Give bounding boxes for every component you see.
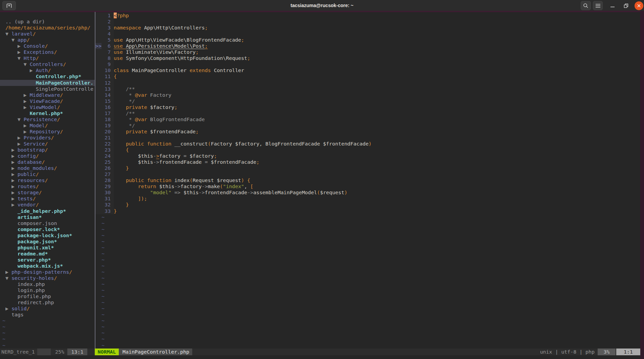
code-line[interactable]: 22 public function __construct(Factory $… (95, 141, 640, 147)
close-button[interactable] (634, 1, 644, 10)
tree-row[interactable]: package.json* (0, 239, 95, 245)
tree-row[interactable]: webpack.mix.js* (0, 263, 95, 269)
tree-row[interactable]: server.php* (0, 257, 95, 263)
tree-row[interactable]: ▶ Exceptions/ (0, 49, 95, 55)
menu-button[interactable] (593, 1, 603, 10)
code-line[interactable]: 17 /** (95, 110, 640, 116)
tree-row[interactable]: ▶ solid/ (0, 306, 95, 312)
empty-line-tilde: ~ (95, 342, 640, 349)
code-line[interactable]: 31 ]); (95, 196, 640, 202)
code-line[interactable]: 30 "model" => $this->frontendFacade->ass… (95, 189, 640, 196)
code-line[interactable]: 20 private $frontendFacade; (95, 129, 640, 135)
code-line[interactable]: 15 */ (95, 98, 640, 104)
tree-row[interactable]: Kernel.php* (0, 110, 95, 116)
tree-row[interactable]: ▶ routes/ (0, 183, 95, 189)
tree-row[interactable]: ▶ public/ (0, 171, 95, 177)
tree-row[interactable]: ▶ Providers/ (0, 135, 95, 141)
code-line[interactable]: 13 /** (95, 86, 640, 92)
tree-row[interactable]: ▼ Http/ (0, 55, 95, 61)
code-line[interactable]: 27 (95, 171, 640, 177)
code-line[interactable]: 29 return $this->factory->make("index", … (95, 183, 640, 189)
tree-row[interactable]: ▶ resources/ (0, 177, 95, 183)
tree-row-selected[interactable]: MainPageController. (0, 80, 95, 86)
empty-line-tilde: ~ (95, 214, 640, 220)
code-line[interactable]: 11{ (95, 73, 640, 80)
tree-row[interactable]: ▶ vendor/ (0, 202, 95, 208)
code-line[interactable]: 16 private $factory; (95, 104, 640, 110)
code-line[interactable]: 32 } (95, 202, 640, 208)
code-line[interactable]: 8use Symfony\Component\HttpFoundation\Re… (95, 55, 640, 61)
code-line[interactable]: 9 (95, 61, 640, 67)
code-line[interactable]: 5use App\Http\ViewFacade\BlogFrontendFac… (95, 37, 640, 43)
tree-row[interactable]: redirect.php (0, 299, 95, 306)
code-line[interactable]: 28 public function index(Request $reques… (95, 177, 640, 183)
tree-row[interactable]: ▶ ViewFacade/ (0, 98, 95, 104)
tree-row[interactable]: readme.md* (0, 251, 95, 257)
code-line[interactable]: 18 * @var BlogFrontendFacade (95, 116, 640, 122)
tree-row[interactable]: ▶ Console/ (0, 43, 95, 49)
close-icon (635, 1, 643, 10)
tree-row[interactable]: SinglePostControlle (0, 86, 95, 92)
code-line[interactable]: 24 $this->factory = $factory; (95, 153, 640, 159)
tree-row[interactable]: ▶ storage/ (0, 189, 95, 196)
code-line[interactable]: 26 } (95, 165, 640, 171)
tree-row[interactable]: ▼ Controllers/ (0, 61, 95, 67)
code-line[interactable]: 33} (95, 208, 640, 214)
editor-pane[interactable]: 1<?php23namespace App\Http\Controllers;4… (95, 13, 640, 349)
tree-row[interactable]: composer.lock* (0, 226, 95, 232)
code-line[interactable]: 12 (95, 80, 640, 86)
scrollbar-trough[interactable] (640, 11, 644, 359)
code-line[interactable]: 23 { (95, 147, 640, 153)
tree-row[interactable]: tags (0, 312, 95, 318)
tree-row[interactable]: artisan* (0, 214, 95, 220)
command-line[interactable] (0, 355, 644, 359)
tree-row[interactable]: ▼ laravel/ (0, 31, 95, 37)
tree-row[interactable]: index.php (0, 281, 95, 287)
tree-row[interactable]: ▶ Middleware/ (0, 92, 95, 98)
tree-row[interactable]: ▶ bootstrap/ (0, 147, 95, 153)
code-line[interactable]: 21 (95, 135, 640, 141)
tree-row[interactable]: ▶ ViewModel/ (0, 104, 95, 110)
code-line[interactable]: 25 $this->frontendFacade = $frontendFaca… (95, 159, 640, 165)
tree-row[interactable] (0, 13, 95, 19)
tree-row[interactable]: ▼ security-holes/ (0, 275, 95, 281)
tree-row[interactable]: ▶ Service/ (0, 141, 95, 147)
hamburger-menu-icon (595, 3, 601, 8)
tree-row[interactable]: composer.json (0, 220, 95, 226)
tree-row[interactable]: ▶ config/ (0, 153, 95, 159)
tree-row[interactable]: package-lock.json* (0, 232, 95, 239)
line-number: 3 (102, 25, 114, 31)
code-line[interactable]: 14 * @var Factory (95, 92, 640, 98)
code-text: use App\Http\ViewFacade\BlogFrontendFaca… (114, 37, 244, 43)
code-line[interactable]: 1<?php (95, 13, 640, 19)
tree-row[interactable]: phpunit.xml* (0, 245, 95, 251)
tree-row[interactable]: /home/tacsiazuma/series/php/ (0, 25, 95, 31)
empty-line-tilde: ~ (95, 324, 640, 330)
tree-row[interactable]: .. (up a dir) (0, 19, 95, 25)
code-line[interactable]: 2 (95, 19, 640, 25)
tree-row[interactable]: profile.php (0, 293, 95, 299)
tree-row[interactable]: _ide_helper.php* (0, 208, 95, 214)
search-button[interactable] (581, 1, 591, 10)
code-line[interactable]: 3namespace App\Http\Controllers; (95, 25, 640, 31)
minimize-button[interactable] (608, 1, 617, 10)
tree-row[interactable]: ▶ database/ (0, 159, 95, 165)
tree-row[interactable]: ▼ Persistence/ (0, 116, 95, 122)
nerdtree-pane[interactable]: .. (up a dir) /home/tacsiazuma/series/ph… (0, 13, 95, 349)
tree-row[interactable]: Controller.php* (0, 73, 95, 80)
tree-row[interactable]: ▶ Repository/ (0, 129, 95, 135)
code-line[interactable]: 10class MainPageController extends Contr… (95, 67, 640, 73)
tree-row[interactable]: login.php (0, 287, 95, 293)
code-line[interactable]: 19 */ (95, 122, 640, 129)
code-line[interactable]: 4 (95, 31, 640, 37)
tree-row[interactable]: ▼ app/ (0, 37, 95, 43)
empty-line-tilde: ~ (0, 336, 95, 342)
tree-row[interactable]: ▶ Model/ (0, 122, 95, 129)
tree-row[interactable]: ▶ php-design-patterns/ (0, 269, 95, 275)
code-line[interactable]: 7use Illuminate\View\Factory; (95, 49, 640, 55)
maximize-button[interactable] (622, 1, 630, 10)
tree-row[interactable]: ▶ node_modules/ (0, 165, 95, 171)
tree-row[interactable]: ▶ Auth/ (0, 67, 95, 73)
tree-row[interactable]: ▶ tests/ (0, 196, 95, 202)
code-line[interactable]: >>6use App\Persistence\Model\Post; (95, 43, 640, 49)
